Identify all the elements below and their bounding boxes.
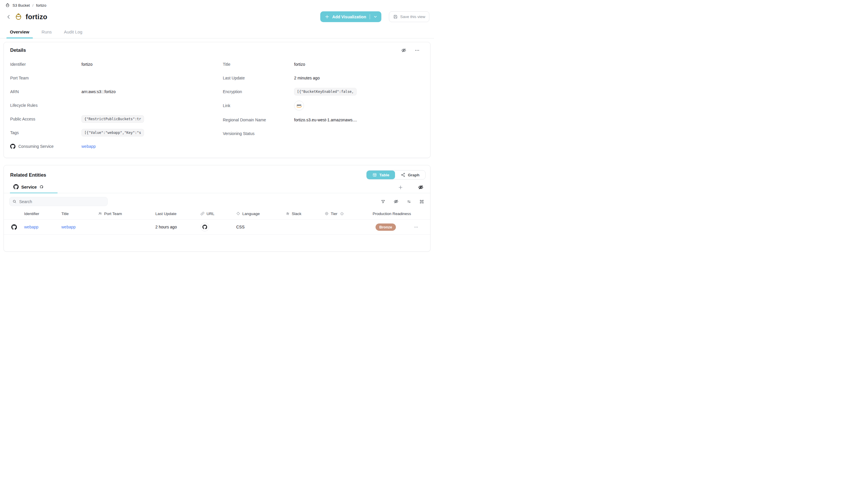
row-identifier-link[interactable]: webapp [24,225,38,229]
field-encryption: Encryption [{"BucketKeyEnabled":false, [223,85,424,99]
field-label: Regional Domain Name [223,117,294,122]
aws-link-badge[interactable]: aws [294,101,304,111]
table-toolbar [4,193,430,209]
tab-service-label: Service [21,185,37,189]
filter-icon[interactable] [381,199,385,204]
tab-overview[interactable]: Overview [7,27,33,38]
row-menu-icon[interactable] [414,225,430,229]
field-label: Link [223,103,294,108]
related-entities-card: Related Entities Table Graph Service [3,165,431,252]
field-versioning-status: Versioning Status [223,126,424,140]
search-box[interactable] [9,197,107,206]
back-button[interactable] [5,13,12,20]
field-tags: Tags [{"Value":"webapp","Key":"s [10,126,211,140]
field-value: 2 minutes ago [294,76,320,80]
github-icon [10,144,16,149]
info-icon[interactable] [340,212,344,216]
hide-widget-icon[interactable] [401,48,406,53]
team-icon [98,212,102,216]
button-divider [370,14,370,19]
chevron-down-icon[interactable] [373,14,378,19]
search-input[interactable] [19,199,104,204]
widget-menu-icon[interactable] [414,48,420,53]
plus-icon [324,14,330,19]
field-label: Lifecycle Rules [10,103,81,108]
field-label: Public Access [10,117,81,121]
header-identifier[interactable]: Identifier [24,212,61,216]
field-arn: ARN arn:aws:s3:::fortizo [10,85,211,99]
add-visualization-button[interactable]: Add Visualization [320,11,381,22]
target-icon [324,212,329,216]
header-url[interactable]: URL [200,212,236,216]
svg-text:aws: aws [297,104,301,106]
header-port-team[interactable]: Port Team [98,212,155,216]
header-slack[interactable]: Slack [286,212,324,216]
field-label: Encryption [223,89,294,94]
code-value[interactable]: [{"Value":"webapp","Key":"s [81,129,144,136]
field-value: fortizo [81,62,93,66]
header-tier[interactable]: Tier [324,212,373,216]
page-title: fortizo [25,13,48,21]
breadcrumb-blueprint[interactable]: S3 Bucket [12,3,30,8]
aws-icon: aws [296,103,302,108]
code-value[interactable]: {"RestrictPublicBuckets":tr [81,115,144,123]
add-visualization-label: Add Visualization [332,14,366,19]
toggle-graph-label: Graph [408,173,420,177]
link-icon [200,212,205,216]
field-lifecycle-rules: Lifecycle Rules [10,99,211,112]
field-label: Tags [10,130,81,135]
github-icon [13,184,19,189]
consuming-service-link[interactable]: webapp [81,144,96,149]
field-link: Link aws [223,99,424,113]
github-icon [203,225,207,229]
toggle-table[interactable]: Table [366,171,395,179]
group-by-icon[interactable] [420,199,424,204]
field-last-update: Last Update 2 minutes ago [223,71,424,85]
field-label: Title [223,62,294,66]
hide-columns-icon[interactable] [394,199,399,204]
details-card: Details Identifier fortizo Port Team ARN… [3,42,431,158]
header-language[interactable]: Language [236,212,286,216]
field-value: fortizo.s3.eu-west-1.amazonaws.... [294,117,357,122]
related-entities-table: Identifier Title Port Team Last Update U… [4,209,430,235]
row-url-github-link[interactable] [200,223,209,232]
tab-service[interactable]: Service [10,183,58,193]
header-production-readiness[interactable]: Production Readiness [373,212,414,216]
tab-audit-log[interactable]: Audit Log [61,27,86,38]
header-last-update[interactable]: Last Update [155,212,200,216]
add-related-icon[interactable] [398,185,403,190]
row-github-icon [11,224,24,230]
code-value[interactable]: [{"BucketKeyEnabled":false, [294,88,356,95]
sort-icon[interactable] [407,199,411,204]
bucket-icon [5,3,10,8]
table-row: webapp webapp 2 hours ago CSS Bronze [4,219,430,235]
field-regional-domain-name: Regional Domain Name fortizo.s3.eu-west-… [223,113,424,126]
field-consuming-service: Consuming Service webapp [10,140,211,153]
field-identifier: Identifier fortizo [10,57,211,71]
field-label: Versioning Status [223,131,294,136]
field-label: Consuming Service [18,144,53,149]
field-value: arn:aws:s3:::fortizo [81,89,116,94]
related-tabs: Service [4,183,430,193]
chevron-left-icon [6,14,12,20]
details-right-column: Title fortizo Last Update 2 minutes ago … [223,57,424,153]
breadcrumb-entity[interactable]: fortizo [36,3,46,8]
row-title-link[interactable]: webapp [61,225,76,229]
toggle-graph[interactable]: Graph [395,171,425,179]
hide-related-icon[interactable] [418,185,424,190]
production-readiness-badge: Bronze [375,224,396,231]
details-fields: Identifier fortizo Port Team ARN arn:aws… [10,57,424,153]
graph-icon [401,173,405,177]
slack-icon [286,212,290,216]
view-toggle: Table Graph [366,170,426,179]
diamond-icon [236,212,240,216]
relation-direction-icon [39,185,44,189]
details-heading: Details [10,48,26,53]
table-icon [372,173,377,177]
tab-runs[interactable]: Runs [38,27,55,38]
save-view-button[interactable]: Save this view [389,11,429,22]
breadcrumb-separator: / [32,3,33,8]
field-value: fortizo [294,62,305,66]
header-title[interactable]: Title [61,212,98,216]
page-tabs: Overview Runs Audit Log [0,27,434,38]
